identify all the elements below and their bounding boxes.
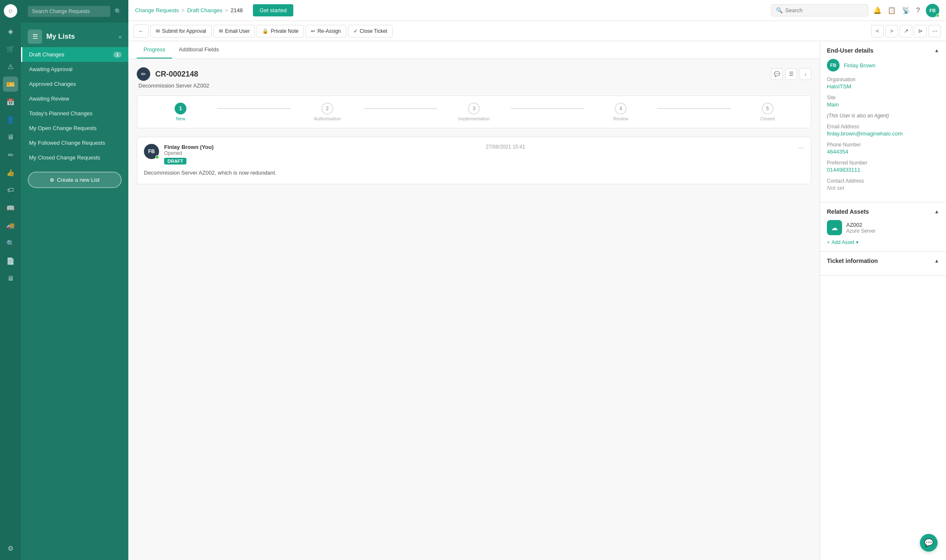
- phone-value[interactable]: 4644354: [827, 149, 939, 155]
- ticket-type-icon: ✏: [137, 67, 150, 81]
- user-icon[interactable]: 👤: [3, 112, 18, 127]
- sidebar-item-todays-planned[interactable]: Today's Planned Changes: [21, 106, 128, 121]
- step-line-4: [657, 108, 731, 109]
- preferred-value[interactable]: 01449833111: [827, 167, 939, 173]
- avatar[interactable]: FB: [926, 4, 939, 17]
- back-button[interactable]: ←: [133, 24, 149, 38]
- breadcrumb-change-requests[interactable]: Change Requests: [135, 7, 179, 13]
- shopping-icon[interactable]: 🛒: [3, 41, 18, 56]
- step-review: 4 Review: [584, 103, 657, 121]
- email-value[interactable]: finlay.brown@imaginehalo.com: [827, 130, 939, 137]
- tag-icon[interactable]: 🏷: [3, 183, 18, 198]
- comment-header: FB Finlay Brown (You) Opened DRAFT 27/08…: [144, 144, 804, 165]
- ticket-panel: Progress Additional Fields ✏ CR-0002148 …: [128, 41, 820, 560]
- external-link-button[interactable]: ↗: [900, 25, 912, 37]
- sidebar-item-awaiting-review[interactable]: Awaiting Review: [21, 91, 128, 106]
- sidebar-item-approved-changes[interactable]: Approved Changes: [21, 77, 128, 91]
- feed-icon[interactable]: 📡: [902, 6, 910, 14]
- step-label-1: New: [176, 116, 185, 121]
- search-bar-icon: 🔍: [776, 7, 783, 13]
- details-icon-button[interactable]: ☰: [785, 68, 797, 80]
- thumbsup-icon[interactable]: 👍: [3, 165, 18, 180]
- sidebar-item-draft-changes[interactable]: Draft Changes 1: [21, 47, 128, 62]
- more-options-button[interactable]: ⋯: [928, 25, 941, 37]
- preferred-row: Preferred Number 01449833111: [827, 160, 939, 173]
- tab-progress[interactable]: Progress: [137, 41, 172, 58]
- asset-info: AZ002 Azure Server: [846, 222, 876, 234]
- clipboard-icon[interactable]: 📋: [888, 6, 896, 14]
- email-user-button[interactable]: ✉ Email User: [213, 25, 255, 37]
- top-bar-icons: 🔔 📋 📡 ? FB: [873, 4, 939, 17]
- my-lists-title: My Lists: [46, 32, 75, 41]
- asset-icon: ☁: [827, 220, 842, 235]
- create-list-label: Create a new List: [57, 177, 99, 183]
- collapse-button[interactable]: «: [119, 34, 122, 40]
- left-panel-header: 🔍: [21, 0, 128, 23]
- comment-avatar-initials: FB: [148, 149, 155, 154]
- display-icon[interactable]: 🖥: [3, 271, 18, 286]
- step-line-2: [364, 108, 437, 109]
- sidebar-item-my-followed[interactable]: My Followed Change Requests: [21, 135, 128, 150]
- breadcrumb-draft-changes[interactable]: Draft Changes: [187, 7, 223, 13]
- user-avatar-initials: FB: [830, 63, 837, 68]
- tab-additional-fields[interactable]: Additional Fields: [172, 41, 226, 58]
- left-panel: 🔍 ☰ My Lists « Draft Changes 1 Awaiting …: [21, 0, 128, 560]
- avatar-initials: FB: [930, 8, 936, 13]
- close-ticket-button[interactable]: ✓ Close Ticket: [348, 25, 393, 37]
- prev-button[interactable]: <: [871, 25, 884, 37]
- contact-label: Contact Address: [827, 178, 939, 184]
- chat-fab-button[interactable]: 💬: [920, 534, 938, 552]
- draft-badge: DRAFT: [164, 158, 186, 165]
- get-started-button[interactable]: Get started: [253, 4, 293, 16]
- related-assets-title: Related Assets: [827, 208, 869, 215]
- truck-icon[interactable]: 🚚: [3, 218, 18, 233]
- calendar-icon[interactable]: 📅: [3, 94, 18, 109]
- sidebar-item-awaiting-approval[interactable]: Awaiting Approval: [21, 62, 128, 77]
- sidebar-item-label: Draft Changes: [29, 51, 64, 58]
- ticket-icon[interactable]: 🎫: [3, 77, 18, 92]
- assets-chevron-icon[interactable]: ▲: [934, 209, 939, 215]
- search-icon-nav[interactable]: 🔍: [3, 236, 18, 251]
- breadcrumb-sep-1: >: [181, 7, 185, 13]
- search-change-requests-input[interactable]: [28, 6, 110, 17]
- ticket-area: ← ✉ Submit for Approval ✉ Email User 🔒 P…: [128, 21, 946, 560]
- user-name-link[interactable]: Finlay Brown: [844, 62, 875, 69]
- next-button[interactable]: >: [885, 25, 898, 37]
- sidebar-item-label: My Open Change Requests: [29, 125, 96, 131]
- private-note-button[interactable]: 🔒 Private Note: [257, 25, 304, 37]
- share-button[interactable]: ⊳: [914, 25, 927, 37]
- sidebar-item-my-closed[interactable]: My Closed Change Requests: [21, 150, 128, 165]
- doc-icon[interactable]: 📄: [3, 253, 18, 268]
- asset-row: ☁ AZ002 Azure Server: [827, 220, 939, 235]
- add-asset-button[interactable]: + Add Asset ▾: [827, 239, 939, 245]
- site-value[interactable]: Main: [827, 101, 939, 108]
- dashboard-icon[interactable]: ◈: [3, 24, 18, 39]
- user-avatar: FB: [827, 59, 840, 72]
- progress-steps: 1 New 2 Authorisation 3 Implem: [137, 96, 811, 128]
- help-icon[interactable]: ?: [916, 7, 920, 14]
- book-icon[interactable]: 📖: [3, 200, 18, 215]
- monitor-icon[interactable]: 🖥: [3, 130, 18, 145]
- submit-approval-button[interactable]: ✉ Submit for Approval: [150, 25, 212, 37]
- notification-icon[interactable]: 🔔: [873, 6, 882, 14]
- app-logo[interactable]: ○: [4, 4, 17, 18]
- icon-sidebar: ○ ◈ 🛒 ⚠ 🎫 📅 👤 🖥 ✏ 👍 🏷 📖 🚚 🔍 📄 🖥 ⚙: [0, 0, 21, 560]
- edit-icon[interactable]: ✏: [3, 147, 18, 162]
- gear-icon[interactable]: ⚙: [3, 541, 18, 556]
- sidebar-item-label: My Closed Change Requests: [29, 154, 100, 161]
- ticket-subject: Decommission Server AZ002: [137, 82, 811, 89]
- ticket-info-chevron-icon[interactable]: ▲: [934, 258, 939, 264]
- sidebar-item-my-open[interactable]: My Open Change Requests: [21, 121, 128, 135]
- organisation-value[interactable]: HaloITSM: [827, 83, 939, 90]
- re-assign-button[interactable]: ↩ Re-Assign: [306, 25, 346, 37]
- comment-icon-button[interactable]: 💬: [771, 68, 783, 80]
- right-panel: End-User details ▲ FB Finlay Brown Organ…: [820, 41, 946, 560]
- comment-more-button[interactable]: ⋯: [797, 144, 804, 152]
- ticket-info-header: Ticket information ▲: [827, 257, 939, 264]
- alert-icon[interactable]: ⚠: [3, 59, 18, 74]
- action-bar-right: < > ↗ ⊳ ⋯: [871, 25, 941, 37]
- chevron-up-icon[interactable]: ▲: [934, 48, 939, 53]
- create-list-button[interactable]: ⊕ Create a new List: [28, 172, 122, 188]
- download-icon-button[interactable]: ↓: [800, 68, 811, 80]
- search-input[interactable]: [785, 7, 864, 13]
